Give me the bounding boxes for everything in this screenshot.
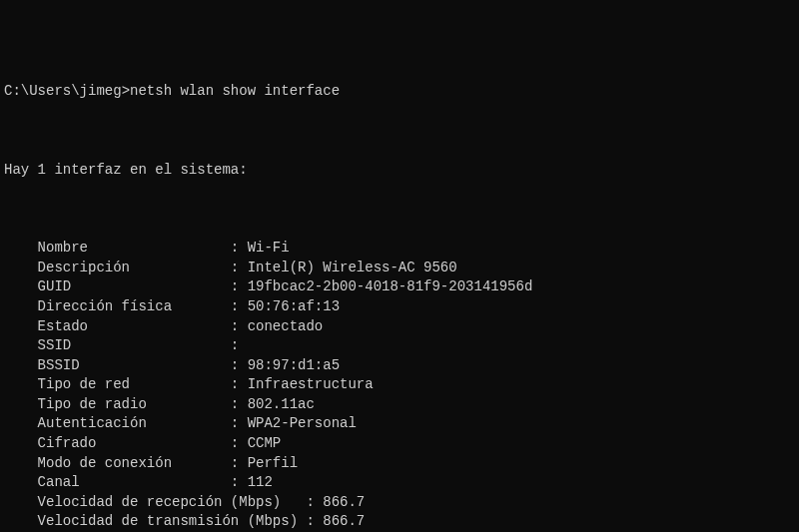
field-value: Wi-Fi [248,240,290,256]
interface-field-row: Velocidad de recepción (Mbps) : 866.7 [4,493,795,513]
field-label: BSSID : [4,357,248,373]
field-label: SSID : [4,337,248,353]
interface-field-row: Canal : 112 [4,473,795,493]
field-label: Nombre : [4,240,248,256]
field-label: Tipo de red : [4,376,248,392]
interface-field-row: Cifrado : CCMP [4,434,795,454]
interface-field-row: Modo de conexión : Perfil [4,454,795,474]
field-label: GUID : [4,278,248,294]
interface-fields: Nombre : Wi-Fi Descripción : Intel(R) Wi… [4,239,795,532]
field-label: Dirección física : [4,298,248,314]
field-value: Infraestructura [248,376,374,392]
field-value: WPA2-Personal [248,415,357,431]
field-label: Cifrado : [4,435,248,451]
interface-field-row: SSID : [4,336,795,356]
interface-field-row: Descripción : Intel(R) Wireless-AC 9560 [4,259,795,278]
field-label: Descripción : [4,260,248,275]
field-label: Autenticación : [4,415,248,431]
command-text[interactable]: netsh wlan show interface [130,83,340,99]
interface-field-row: Tipo de radio : 802.11ac [4,395,795,415]
prompt-path: C:\Users\jimeg [4,83,122,99]
prompt-line-1: C:\Users\jimeg>netsh wlan show interface [4,82,795,102]
interface-field-row: Estado : conectado [4,317,795,337]
field-value: 866.7 [323,513,365,529]
field-value: 866.7 [323,494,365,510]
prompt-separator: > [122,83,130,99]
field-value: 98:97:d1:a5 [248,357,340,373]
field-value: 112 [248,474,273,490]
interface-field-row: Autenticación : WPA2-Personal [4,414,795,434]
field-label: Canal : [4,474,248,490]
field-label: Estado : [4,318,248,334]
field-label: Velocidad de recepción (Mbps) : [4,494,323,510]
interface-field-row: Velocidad de transmisión (Mbps) : 866.7 [4,512,795,532]
interface-field-row: BSSID : 98:97:d1:a5 [4,356,795,376]
blank-line [4,122,795,142]
field-value: CCMP [248,435,282,451]
field-value: 802.11ac [248,396,315,412]
field-value: 50:76:af:13 [248,298,340,314]
field-label: Velocidad de transmisión (Mbps) : [4,513,323,529]
field-label: Tipo de radio : [4,396,248,412]
field-value: 19fbcac2-2b00-4018-81f9-203141956d [248,278,533,294]
blank-line [4,200,795,220]
interface-field-row: Tipo de red : Infraestructura [4,375,795,395]
field-value: Perfil [248,455,298,471]
field-value: Intel(R) Wireless-AC 9560 [248,260,457,275]
interface-field-row: Nombre : Wi-Fi [4,239,795,259]
field-label: Modo de conexión : [4,455,248,471]
field-value: conectado [248,318,324,334]
interface-field-row: Dirección física : 50:76:af:13 [4,297,795,317]
intro-line: Hay 1 interfaz en el sistema: [4,161,795,181]
interface-field-row: GUID : 19fbcac2-2b00-4018-81f9-203141956… [4,277,795,297]
